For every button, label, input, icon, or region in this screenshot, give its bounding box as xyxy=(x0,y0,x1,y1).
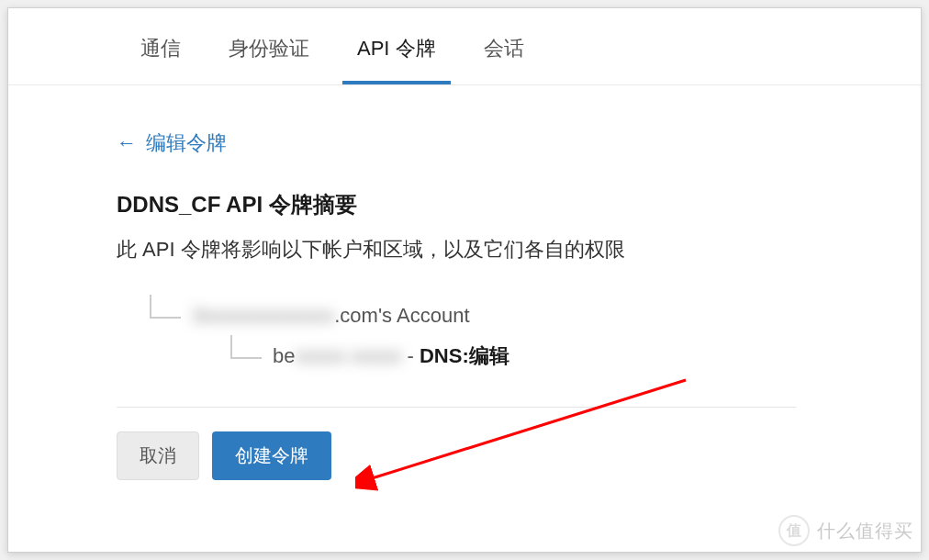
account-row: 3xxxxxxxxxxxxx .com's Account xyxy=(150,304,761,328)
token-summary-subtitle: 此 API 令牌将影响以下帐户和区域，以及它们各自的权限 xyxy=(117,236,761,263)
account-suffix: .com's Account xyxy=(334,304,469,328)
account-name-redacted: 3xxxxxxxxxxxxx xyxy=(192,304,334,328)
zone-name-redacted: xxxxx xxxxx xyxy=(295,344,401,368)
back-link-text: 编辑令牌 xyxy=(146,129,227,157)
permission-tree: 3xxxxxxxxxxxxx .com's Account be xxxxx x… xyxy=(150,304,761,370)
cancel-button[interactable]: 取消 xyxy=(117,431,199,480)
tab-authentication[interactable]: 身份验证 xyxy=(205,15,333,84)
zone-permission: DNS:编辑 xyxy=(420,342,509,370)
action-buttons: 取消 创建令牌 xyxy=(117,431,761,480)
watermark: 值 什么值得买 xyxy=(778,515,913,546)
tab-api-tokens[interactable]: API 令牌 xyxy=(333,15,460,84)
watermark-text: 什么值得买 xyxy=(817,519,913,543)
zone-prefix: be xyxy=(273,344,295,368)
zone-separator: - xyxy=(408,344,414,368)
create-token-button[interactable]: 创建令牌 xyxy=(212,431,331,480)
tab-bar: 通信 身份验证 API 令牌 会话 xyxy=(8,8,921,85)
tab-communication[interactable]: 通信 xyxy=(117,15,205,84)
zone-row: be xxxxx xxxxx - DNS:编辑 xyxy=(230,342,761,370)
settings-window: 通信 身份验证 API 令牌 会话 ← 编辑令牌 DDNS_CF API 令牌摘… xyxy=(7,7,922,553)
tree-connector-icon xyxy=(150,295,181,319)
tree-connector-icon xyxy=(230,335,262,359)
back-to-edit-token-link[interactable]: ← 编辑令牌 xyxy=(117,129,761,157)
token-summary-title: DDNS_CF API 令牌摘要 xyxy=(117,190,761,219)
content-area: ← 编辑令牌 DDNS_CF API 令牌摘要 此 API 令牌将影响以下帐户和… xyxy=(8,85,761,480)
divider xyxy=(117,407,796,408)
tab-sessions[interactable]: 会话 xyxy=(460,15,548,84)
arrow-left-icon: ← xyxy=(117,131,137,155)
watermark-logo-icon: 值 xyxy=(778,515,810,546)
